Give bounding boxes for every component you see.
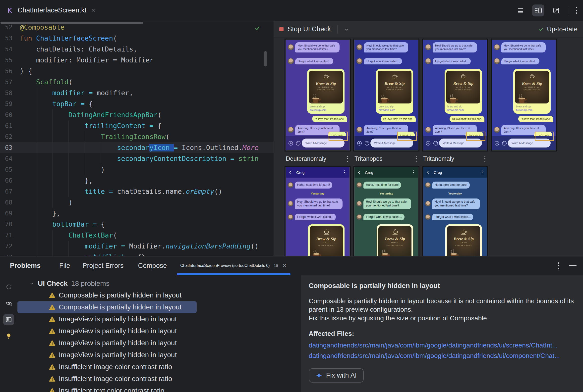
code-line[interactable]: 62TrailingIconsRow(	[0, 131, 273, 142]
code-line[interactable]: 65)	[0, 164, 273, 175]
device-preview[interactable]: GregHaha, next time for sure!YesterdayHe…	[286, 167, 350, 256]
editor-kebab-menu[interactable]	[574, 6, 578, 15]
preview-labels-row: DeuteranomalyTritanopesTritanomaly	[286, 154, 583, 163]
tab-ui-check-preview[interactable]: ChatInterfaceScreenPreview (sortedChatDe…	[177, 256, 290, 275]
code-line[interactable]: 60DatingAndFriendsAppBar(	[0, 110, 273, 120]
code-line[interactable]: 73onAddClick = {}	[0, 252, 273, 256]
back-icon[interactable]	[289, 171, 292, 174]
add-icon[interactable]	[426, 141, 431, 146]
device-preview[interactable]: GregHaha, next time for sure!YesterdayHe…	[355, 167, 418, 256]
tab-project-errors[interactable]: Project Errors	[83, 262, 124, 270]
problem-item[interactable]: ImageView is partially hidden in layout	[18, 313, 197, 325]
split-view-button[interactable]	[532, 4, 544, 16]
code-line[interactable]: 61trailingContent = {	[0, 120, 273, 131]
code-line[interactable]: 70bottomBar = {	[0, 219, 273, 230]
card-link[interactable]: brew&sip.com	[310, 108, 343, 112]
add-icon[interactable]	[357, 141, 362, 146]
chat-kebab-menu[interactable]	[480, 169, 484, 176]
device-preview[interactable]: GregHaha, next time for sure!YesterdayHe…	[423, 167, 487, 256]
preview-visibility-button[interactable]	[3, 298, 14, 309]
variant-kebab-menu[interactable]	[414, 154, 418, 163]
code-line[interactable]: 67title = chatDetails.name.orEmpty()	[0, 186, 273, 197]
problem-item[interactable]: ImageView is partially hidden in layout	[18, 325, 197, 337]
code-line[interactable]: 59topBar = {	[0, 98, 273, 110]
code-line[interactable]: 66},	[0, 175, 273, 186]
emoji-icon[interactable]	[433, 141, 438, 146]
link-preview-card[interactable]: Brew & Sip— OHID —COFFEE CHSIDYbrew and …	[376, 69, 413, 114]
code-line[interactable]: 53fun ChatInterfaceScreen(	[0, 33, 273, 44]
problem-item[interactable]: Composable is partially hidden in layout	[18, 289, 197, 301]
code-line[interactable]: 69},	[0, 208, 273, 219]
variant-kebab-menu[interactable]	[346, 154, 350, 163]
emoji-icon[interactable]	[364, 141, 369, 146]
device-preview[interactable]: Hey! Should we go to that cafe you menti…	[423, 40, 487, 150]
code-view-button[interactable]	[514, 4, 526, 16]
line-number: 64	[0, 153, 20, 164]
card-link[interactable]: brew&sip.com	[447, 108, 480, 112]
code-text: bottomBar = {	[20, 219, 273, 230]
link-preview-card[interactable]: Brew & Sip— OHID —COFFEE CHSIDY	[377, 224, 413, 256]
panel-kebab-menu[interactable]	[556, 261, 560, 270]
code-line[interactable]: 54chatDetails: ChatDetails,	[0, 44, 273, 55]
affected-file-link[interactable]: datingandfriends/src/main/java/com/ibm/g…	[309, 341, 575, 350]
details-layout-button[interactable]	[3, 314, 14, 325]
affected-file-link[interactable]: datingandfriends/src/main/java/com/ibm/g…	[309, 352, 575, 360]
vertical-scrollbar[interactable]	[264, 51, 267, 66]
code-line[interactable]: 56) {	[0, 66, 273, 76]
problems-group-header[interactable]: UI Check 18 problems	[18, 278, 301, 289]
design-view-button[interactable]	[550, 4, 562, 16]
problem-item[interactable]: Composable is partially hidden in layout	[18, 301, 197, 313]
code-line[interactable]: 71ChatTextBar(	[0, 230, 273, 241]
problem-item[interactable]: ImageView is partially hidden in layout	[18, 349, 197, 361]
emoji-icon[interactable]	[502, 141, 507, 146]
link-preview-card[interactable]: Brew & Sip— OHID —COFFEE CHSIDY	[308, 224, 345, 256]
back-icon[interactable]	[426, 171, 430, 174]
code-line[interactable]: 57Scaffold(	[0, 76, 273, 88]
problem-item[interactable]: ImageView is partially hidden in layout	[18, 337, 197, 349]
code-editor[interactable]: 52@Composable53fun ChatInterfaceScreen(5…	[0, 21, 274, 256]
toolbar-separator	[337, 25, 338, 34]
card-link[interactable]: brew&sip.com	[379, 108, 412, 112]
code-line[interactable]: 68)	[0, 197, 273, 208]
emoji-icon[interactable]	[296, 141, 301, 146]
link-preview-card[interactable]: Brew & Sip— OHID —COFFEE CHSIDYbrew and …	[445, 69, 482, 114]
inspections-ok-icon[interactable]	[254, 25, 261, 31]
code-line[interactable]: 55modifier: Modifier = Modifier	[0, 55, 273, 66]
fix-with-ai-button[interactable]: Fix with AI	[309, 368, 364, 382]
link-preview-card[interactable]: Brew & Sip— OHID —COFFEE CHSIDYbrew and …	[513, 69, 551, 114]
tab-close-icon[interactable]	[90, 8, 96, 13]
device-preview[interactable]: Hey! Should we go to that cafe you menti…	[492, 40, 556, 150]
tab-close-icon[interactable]: ✕	[282, 262, 287, 269]
back-icon[interactable]	[358, 171, 361, 174]
chat-kebab-menu[interactable]	[412, 169, 415, 176]
device-preview[interactable]: Hey! Should we go to that cafe you menti…	[286, 40, 350, 150]
quick-fix-button[interactable]	[3, 330, 14, 342]
link-preview-card[interactable]: Brew & Sip— OHID —COFFEE CHSIDY	[445, 224, 482, 256]
card-link[interactable]: brew&sip.com	[516, 108, 549, 112]
tab-compose[interactable]: Compose	[138, 262, 167, 270]
variant-kebab-menu[interactable]	[483, 154, 487, 163]
code-line[interactable]: 64secondaryContentDescription = strin	[0, 153, 273, 164]
code-token: (	[113, 231, 117, 239]
link-preview-card[interactable]: Brew & Sip— OHID —COFFEE CHSIDYbrew and …	[307, 69, 345, 114]
problem-item[interactable]: Insufficient image color contrast ratio	[18, 373, 197, 385]
code-line[interactable]: 72modifier = Modifier.navigationBarsPadd…	[0, 241, 273, 252]
code-line[interactable]: 58modifier = modifier,	[0, 88, 273, 98]
line-number: 56	[0, 66, 20, 76]
minimize-icon[interactable]	[569, 265, 576, 266]
code-area[interactable]: 52@Composable53fun ChatInterfaceScreen(5…	[0, 22, 273, 256]
editor-tab[interactable]: ChatInterfaceScreen.kt	[0, 0, 102, 21]
code-line[interactable]: 63secondaryIcon = Icons.Outlined.More	[0, 142, 273, 153]
code-line[interactable]: 52@Composable	[0, 22, 273, 33]
add-icon[interactable]	[288, 141, 293, 146]
add-icon[interactable]	[494, 141, 499, 146]
tab-file[interactable]: File	[59, 262, 70, 270]
chat-kebab-menu[interactable]	[343, 169, 347, 176]
tab-label: ChatInterfaceScreenPreview (sortedChatDe…	[180, 264, 269, 268]
problem-item[interactable]: Insufficient image color contrast ratio	[18, 361, 197, 373]
device-preview[interactable]: Hey! Should we go to that cafe you menti…	[355, 40, 418, 150]
problem-item[interactable]: Insufficient text color contrast ratio	[18, 385, 197, 392]
refresh-button[interactable]	[3, 281, 14, 292]
chevron-down-icon[interactable]	[344, 26, 350, 32]
stop-ui-check-button[interactable]: Stop UI Check	[279, 25, 331, 33]
